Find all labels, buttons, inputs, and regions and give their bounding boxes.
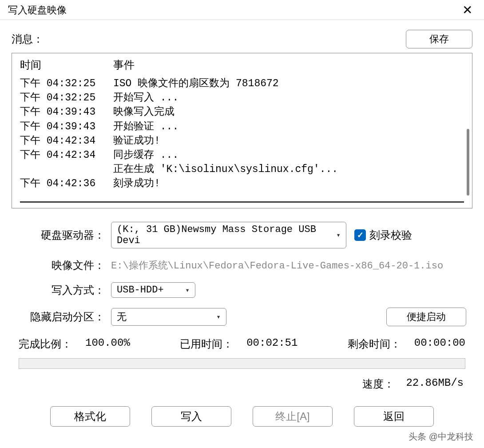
log-event: ISO 映像文件的扇区数为 7818672 xyxy=(113,76,464,91)
remaining-value: 00:00:00 xyxy=(414,337,465,351)
write-method-select[interactable]: USB-HDD+ ▾ xyxy=(111,282,195,298)
verify-label: 刻录校验 xyxy=(369,228,412,242)
drive-select-value: (K:, 31 GB)Newsmy Mass Storage USB Devi xyxy=(117,224,336,246)
elapsed-value: 00:02:51 xyxy=(246,337,298,351)
log-event: 验证成功! xyxy=(113,134,464,148)
log-header-event: 事件 xyxy=(113,58,464,72)
percent-value: 100.00% xyxy=(85,337,130,351)
log-row: 下午 04:42:34同步缓存 ... xyxy=(20,148,464,162)
log-event: 正在生成 'K:\isolinux\syslinux.cfg'... xyxy=(113,162,464,176)
chevron-down-icon: ▾ xyxy=(185,286,190,295)
verify-checkbox[interactable]: ✓ xyxy=(354,229,366,241)
log-row: 下午 04:39:43开始验证 ... xyxy=(20,120,464,134)
chevron-down-icon: ▾ xyxy=(216,312,221,321)
log-event: 刻录成功! xyxy=(113,176,464,191)
log-time: 下午 04:39:43 xyxy=(20,120,113,134)
speed-value: 22.86MB/s xyxy=(406,377,464,391)
log-row: 下午 04:42:36刻录成功! xyxy=(20,176,464,191)
log-time: 下午 04:32:25 xyxy=(20,91,113,105)
log-row: 下午 04:39:43映像写入完成 xyxy=(20,105,464,119)
write-method-value: USB-HDD+ xyxy=(117,284,164,296)
close-icon[interactable]: ✕ xyxy=(459,4,476,16)
log-time: 下午 04:39:43 xyxy=(20,105,113,119)
remaining-label: 剩余时间： xyxy=(348,337,401,351)
image-label: 映像文件： xyxy=(18,258,111,272)
log-time: 下午 04:42:34 xyxy=(20,148,113,162)
save-button[interactable]: 保存 xyxy=(406,30,472,48)
write-button[interactable]: 写入 xyxy=(151,406,231,427)
log-row: 正在生成 'K:\isolinux\syslinux.cfg'... xyxy=(20,162,464,176)
elapsed-label: 已用时间： xyxy=(180,337,233,351)
chevron-down-icon: ▾ xyxy=(336,231,341,240)
abort-button: 终止[A] xyxy=(253,406,333,427)
log-box: 时间 事件 下午 04:32:25ISO 映像文件的扇区数为 7818672下午… xyxy=(12,53,472,208)
log-divider xyxy=(20,201,464,203)
image-path: E:\操作系统\Linux\Fedora\Fedora-Live-Games-x… xyxy=(111,259,443,272)
quick-boot-button[interactable]: 便捷启动 xyxy=(386,308,466,326)
log-time: 下午 04:42:36 xyxy=(20,176,113,191)
hide-partition-value: 无 xyxy=(117,310,127,324)
log-row: 下午 04:32:25ISO 映像文件的扇区数为 7818672 xyxy=(20,76,464,91)
window-title: 写入硬盘映像 xyxy=(8,4,67,17)
speed-label: 速度： xyxy=(362,377,394,391)
log-time: 下午 04:32:25 xyxy=(20,76,113,91)
scrollbar-thumb[interactable] xyxy=(467,129,469,196)
drive-select[interactable]: (K:, 31 GB)Newsmy Mass Storage USB Devi … xyxy=(111,222,346,248)
drive-label: 硬盘驱动器： xyxy=(18,228,111,242)
log-header-time: 时间 xyxy=(20,58,113,72)
log-time: 下午 04:42:34 xyxy=(20,134,113,148)
format-button[interactable]: 格式化 xyxy=(50,406,130,427)
log-row: 下午 04:32:25开始写入 ... xyxy=(20,91,464,105)
log-time xyxy=(20,162,113,176)
percent-label: 完成比例： xyxy=(19,337,72,351)
messages-label: 消息： xyxy=(12,32,44,46)
log-event: 开始写入 ... xyxy=(113,91,464,105)
hide-partition-select[interactable]: 无 ▾ xyxy=(111,308,226,326)
log-event: 开始验证 ... xyxy=(113,120,464,134)
titlebar: 写入硬盘映像 ✕ xyxy=(0,0,484,20)
verify-checkbox-wrap[interactable]: ✓ 刻录校验 xyxy=(354,228,412,242)
write-method-label: 写入方式： xyxy=(18,283,111,297)
log-event: 同步缓存 ... xyxy=(113,148,464,162)
log-event: 映像写入完成 xyxy=(113,105,464,119)
log-row: 下午 04:42:34验证成功! xyxy=(20,134,464,148)
return-button[interactable]: 返回 xyxy=(354,406,434,427)
progress-bar xyxy=(19,358,465,369)
hide-partition-label: 隐藏启动分区： xyxy=(18,310,111,324)
